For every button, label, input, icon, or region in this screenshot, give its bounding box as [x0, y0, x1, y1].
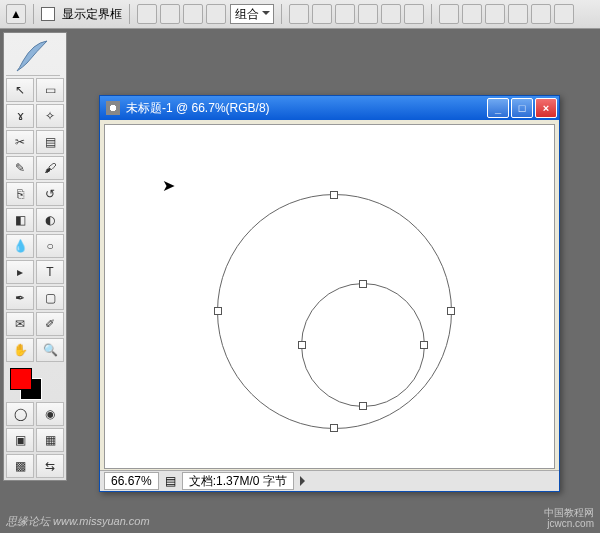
- toolbox: ↖ ▭ ɤ ✧ ✂ ▤ ✎ 🖌 ⎘ ↺ ◧ ◐ 💧 ○ ▸ T ✒ ▢ ✉ ✐ …: [3, 32, 67, 481]
- dodge-tool[interactable]: ○: [36, 234, 64, 258]
- pen-tool[interactable]: ✒: [6, 286, 34, 310]
- doc-icon: ▤: [165, 474, 176, 488]
- gradient-tool[interactable]: ◐: [36, 208, 64, 232]
- healing-tool[interactable]: ✎: [6, 156, 34, 180]
- screen-mode-1[interactable]: ▣: [6, 428, 34, 452]
- opt-btn-3[interactable]: [183, 4, 203, 24]
- handle[interactable]: [330, 191, 338, 199]
- eraser-tool[interactable]: ◧: [6, 208, 34, 232]
- align-btn-3[interactable]: [335, 4, 355, 24]
- status-arrow-icon[interactable]: [300, 476, 310, 486]
- marquee-tool[interactable]: ▭: [36, 78, 64, 102]
- dist-btn-3[interactable]: [485, 4, 505, 24]
- align-btn-5[interactable]: [381, 4, 401, 24]
- distribute-group: [439, 4, 574, 24]
- dist-btn-6[interactable]: [554, 4, 574, 24]
- quickmask-mode[interactable]: ◉: [36, 402, 64, 426]
- options-bar: ▲ 显示定界框 组合: [0, 0, 600, 29]
- history-brush-tool[interactable]: ↺: [36, 182, 64, 206]
- dist-btn-2[interactable]: [462, 4, 482, 24]
- show-bounds-checkbox[interactable]: [41, 7, 55, 21]
- standard-mode[interactable]: ◯: [6, 402, 34, 426]
- handle[interactable]: [298, 341, 306, 349]
- handle[interactable]: [359, 402, 367, 410]
- mode-grid: ◯ ◉ ▣ ▦ ▩ ⇆: [6, 402, 64, 478]
- handle[interactable]: [214, 307, 222, 315]
- handle[interactable]: [330, 424, 338, 432]
- dist-btn-5[interactable]: [531, 4, 551, 24]
- close-button[interactable]: ×: [535, 98, 557, 118]
- wand-tool[interactable]: ✧: [36, 104, 64, 128]
- watermark-right-top: 中国教程网: [544, 507, 594, 518]
- zoom-tool[interactable]: 🔍: [36, 338, 64, 362]
- hand-tool[interactable]: ✋: [6, 338, 34, 362]
- align-group-2: [289, 4, 424, 24]
- shape-tool[interactable]: ▢: [36, 286, 64, 310]
- lasso-tool[interactable]: ɤ: [6, 104, 34, 128]
- document-icon: [106, 101, 120, 115]
- app-logo: [6, 35, 60, 76]
- zoom-field[interactable]: 66.67%: [104, 472, 159, 490]
- clone-tool[interactable]: ⎘: [6, 182, 34, 206]
- inner-ellipse-path[interactable]: [301, 283, 425, 407]
- slice-tool[interactable]: ▤: [36, 130, 64, 154]
- align-btn-6[interactable]: [404, 4, 424, 24]
- pointer-icon[interactable]: ▲: [6, 4, 26, 24]
- tool-grid: ↖ ▭ ɤ ✧ ✂ ▤ ✎ 🖌 ⎘ ↺ ◧ ◐ 💧 ○ ▸ T ✒ ▢ ✉ ✐ …: [6, 78, 64, 362]
- watermark-right-bottom: jcwcn.com: [544, 518, 594, 529]
- combine-label: 组合: [235, 6, 259, 23]
- align-group-1: [137, 4, 226, 24]
- watermark-right: 中国教程网 jcwcn.com: [544, 507, 594, 529]
- handle[interactable]: [359, 280, 367, 288]
- dist-btn-1[interactable]: [439, 4, 459, 24]
- maximize-button[interactable]: □: [511, 98, 533, 118]
- brush-tool[interactable]: 🖌: [36, 156, 64, 180]
- crop-tool[interactable]: ✂: [6, 130, 34, 154]
- window-title: 未标题-1 @ 66.7%(RGB/8): [126, 100, 481, 117]
- status-bar: 66.67% ▤ 文档:1.37M/0 字节: [100, 470, 559, 491]
- handle[interactable]: [420, 341, 428, 349]
- dist-btn-4[interactable]: [508, 4, 528, 24]
- jump-to[interactable]: ⇆: [36, 454, 64, 478]
- blur-tool[interactable]: 💧: [6, 234, 34, 258]
- doc-size-field[interactable]: 文档:1.37M/0 字节: [182, 472, 294, 490]
- minimize-button[interactable]: _: [487, 98, 509, 118]
- watermark-left: 思缘论坛 www.missyuan.com: [6, 514, 150, 529]
- align-btn-1[interactable]: [289, 4, 309, 24]
- notes-tool[interactable]: ✉: [6, 312, 34, 336]
- screen-mode-2[interactable]: ▦: [36, 428, 64, 452]
- eyedropper-tool[interactable]: ✐: [36, 312, 64, 336]
- type-tool[interactable]: T: [36, 260, 64, 284]
- titlebar[interactable]: 未标题-1 @ 66.7%(RGB/8) _ □ ×: [100, 96, 559, 120]
- foreground-color[interactable]: [10, 368, 32, 390]
- opt-btn-2[interactable]: [160, 4, 180, 24]
- align-btn-4[interactable]: [358, 4, 378, 24]
- selection-tool[interactable]: ↖: [6, 78, 34, 102]
- color-swatch[interactable]: [8, 366, 62, 398]
- opt-btn-4[interactable]: [206, 4, 226, 24]
- opt-btn-1[interactable]: [137, 4, 157, 24]
- show-bounds-label: 显示定界框: [62, 6, 122, 23]
- screen-mode-3[interactable]: ▩: [6, 454, 34, 478]
- path-select-tool[interactable]: ▸: [6, 260, 34, 284]
- align-btn-2[interactable]: [312, 4, 332, 24]
- combine-dropdown[interactable]: 组合: [230, 4, 274, 24]
- handle[interactable]: [447, 307, 455, 315]
